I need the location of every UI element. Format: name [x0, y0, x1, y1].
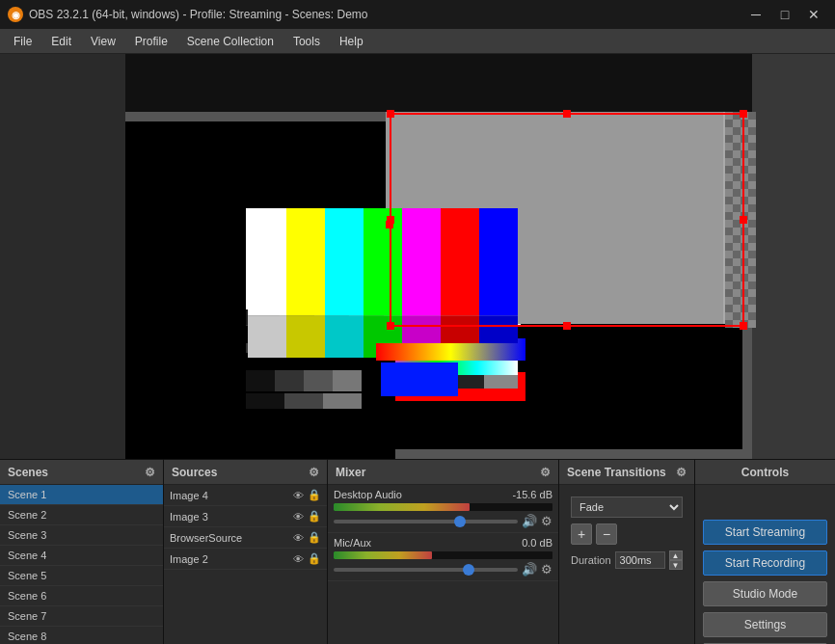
source-name-3: BrowserSource — [170, 532, 293, 544]
scene-item-5[interactable]: Scene 5 — [0, 566, 163, 586]
controls-panel: Controls Start Streaming Start Recording… — [695, 460, 835, 644]
duration-arrows: ▲ ▼ — [669, 550, 683, 570]
preview-canvas[interactable] — [0, 54, 835, 459]
title-text: OBS 23.2.1 (64-bit, windows) - Profile: … — [29, 8, 742, 21]
scene-item-2[interactable]: Scene 2 — [0, 505, 163, 525]
scenes-panel: Scenes ⚙ Scene 1Scene 2Scene 3Scene 4Sce… — [0, 460, 164, 644]
duration-up-arrow[interactable]: ▲ — [669, 550, 683, 560]
bottom-panel: Scenes ⚙ Scene 1Scene 2Scene 3Scene 4Sce… — [0, 459, 835, 644]
menu-bar: File Edit View Profile Scene Collection … — [0, 29, 835, 54]
desktop-audio-mute-icon[interactable]: 🔊 — [522, 514, 537, 528]
menu-view[interactable]: View — [81, 29, 125, 53]
menu-scene-collection[interactable]: Scene Collection — [177, 29, 283, 53]
scenes-list: Scene 1Scene 2Scene 3Scene 4Scene 5Scene… — [0, 485, 163, 644]
menu-edit[interactable]: Edit — [41, 29, 81, 53]
scenes-header: Scenes ⚙ — [0, 460, 163, 485]
scene-item-4[interactable]: Scene 4 — [0, 546, 163, 566]
transition-type-select[interactable]: Fade Cut Slide Swipe — [571, 496, 683, 518]
mic-aux-meter — [334, 551, 552, 559]
mixer-header: Mixer ⚙ — [328, 460, 558, 485]
scenes-config-icon[interactable]: ⚙ — [145, 466, 155, 479]
source-eye-icon-2[interactable]: 👁 — [293, 511, 304, 523]
source-lock-icon-2[interactable]: 🔒 — [308, 510, 321, 523]
source-name-2: Image 3 — [170, 511, 293, 523]
source-lock-icon-1[interactable]: 🔒 — [308, 489, 321, 501]
mixer-panel: Mixer ⚙ Desktop Audio -15.6 dB 🔊 — [328, 460, 559, 644]
start-streaming-button[interactable]: Start Streaming — [703, 520, 827, 545]
source-row-2[interactable]: Image 3 👁 🔒 — [164, 506, 327, 527]
studio-mode-button[interactable]: Studio Mode — [703, 581, 827, 606]
channel-mic-aux: Mic/Aux 0.0 dB 🔊 ⚙ — [328, 533, 558, 581]
mic-aux-db: 0.0 dB — [522, 537, 552, 549]
source-row-3[interactable]: BrowserSource 👁 🔒 — [164, 527, 327, 549]
source-lock-icon-3[interactable]: 🔒 — [308, 531, 321, 544]
settings-button[interactable]: Settings — [703, 612, 827, 637]
desktop-audio-db: -15.6 dB — [512, 489, 552, 500]
source-eye-icon-3[interactable]: 👁 — [293, 532, 304, 544]
source-eye-icon-4[interactable]: 👁 — [293, 553, 304, 565]
panels-row: Scenes ⚙ Scene 1Scene 2Scene 3Scene 4Sce… — [0, 459, 835, 644]
title-bar: ◉ OBS 23.2.1 (64-bit, windows) - Profile… — [0, 0, 835, 29]
sources-header: Sources ⚙ — [164, 460, 327, 485]
close-button[interactable]: ✕ — [800, 4, 827, 25]
source-eye-icon-1[interactable]: 👁 — [293, 490, 304, 501]
menu-tools[interactable]: Tools — [283, 29, 330, 53]
controls-header: Controls — [695, 460, 835, 485]
minimize-button[interactable]: ─ — [742, 4, 769, 25]
transitions-panel: Scene Transitions ⚙ Fade Cut Slide Swipe… — [559, 460, 695, 644]
scene-item-7[interactable]: Scene 7 — [0, 606, 163, 627]
channel-desktop-audio: Desktop Audio -15.6 dB 🔊 ⚙ — [328, 485, 558, 533]
desktop-audio-slider[interactable] — [334, 520, 518, 523]
maximize-button[interactable]: □ — [771, 4, 798, 25]
mic-aux-slider[interactable] — [334, 568, 518, 572]
transitions-config-icon[interactable]: ⚙ — [676, 466, 687, 479]
sources-config-icon[interactable]: ⚙ — [309, 466, 319, 479]
source-row-1[interactable]: Image 4 👁 🔒 — [164, 485, 327, 506]
source-row-4[interactable]: Image 2 👁 🔒 — [164, 549, 327, 570]
mic-aux-settings-icon[interactable]: ⚙ — [541, 562, 552, 577]
transitions-content: Fade Cut Slide Swipe + − Duration ▲ — [559, 485, 694, 644]
menu-profile[interactable]: Profile — [125, 29, 177, 53]
transition-add-button[interactable]: + — [571, 523, 592, 545]
scene-item-8[interactable]: Scene 8 — [0, 627, 163, 644]
duration-row: Duration ▲ ▼ — [571, 550, 683, 570]
desktop-audio-controls: 🔊 ⚙ — [334, 514, 552, 528]
menu-file[interactable]: File — [4, 29, 41, 53]
transition-remove-button[interactable]: − — [596, 523, 617, 545]
scene-item-3[interactable]: Scene 3 — [0, 525, 163, 546]
source-name-4: Image 2 — [170, 553, 293, 565]
app-icon: ◉ — [8, 7, 23, 22]
desktop-audio-meter — [334, 503, 552, 511]
transition-buttons-row: + − — [571, 523, 683, 545]
desktop-audio-name: Desktop Audio — [334, 489, 402, 500]
mic-aux-name: Mic/Aux — [334, 537, 371, 549]
scene-item-6[interactable]: Scene 6 — [0, 586, 163, 606]
desktop-audio-settings-icon[interactable]: ⚙ — [541, 514, 552, 528]
mic-aux-mute-icon[interactable]: 🔊 — [522, 562, 537, 577]
sources-list: Image 4 👁 🔒 Image 3 👁 🔒 BrowserSource 👁 … — [164, 485, 327, 644]
desktop-audio-meter-fill — [334, 503, 470, 511]
preview-area[interactable] — [0, 54, 835, 459]
source-lock-icon-4[interactable]: 🔒 — [308, 552, 321, 565]
menu-help[interactable]: Help — [330, 29, 373, 53]
mixer-config-icon[interactable]: ⚙ — [540, 466, 551, 479]
mic-aux-controls: 🔊 ⚙ — [334, 562, 552, 577]
window-controls: ─ □ ✕ — [742, 4, 827, 25]
scene-item-1[interactable]: Scene 1 — [0, 485, 163, 505]
sources-panel: Sources ⚙ Image 4 👁 🔒 Image 3 👁 🔒 Browse… — [164, 460, 328, 644]
duration-label: Duration — [571, 554, 611, 566]
mic-aux-meter-fill — [334, 551, 432, 559]
duration-input[interactable] — [615, 551, 665, 569]
transitions-header: Scene Transitions ⚙ — [559, 460, 694, 485]
duration-down-arrow[interactable]: ▼ — [669, 560, 683, 570]
source-name-1: Image 4 — [170, 490, 293, 501]
mixer-content: Desktop Audio -15.6 dB 🔊 ⚙ Mic/A — [328, 485, 558, 644]
start-recording-button[interactable]: Start Recording — [703, 550, 827, 576]
